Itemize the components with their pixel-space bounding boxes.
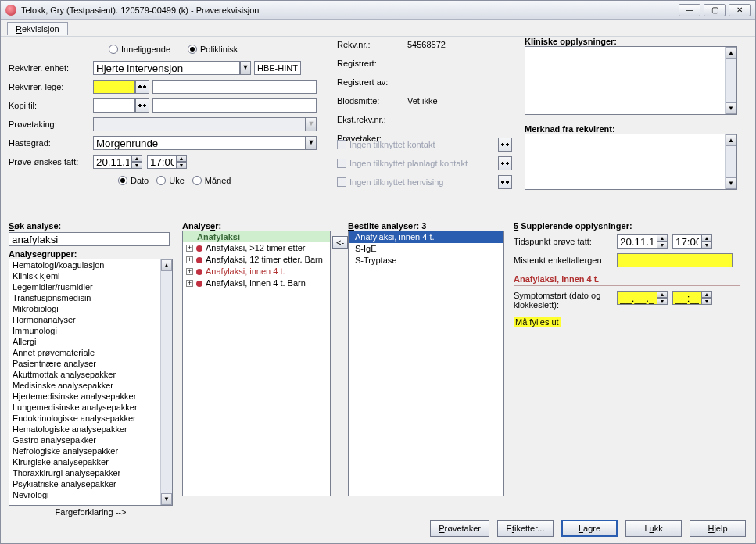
fargeforklaring-link[interactable]: Fargeforklaring --> [9, 507, 173, 517]
gruppe-item[interactable]: Allergi [9, 336, 172, 347]
rekvnr-label: Rekv.nr.: [337, 40, 407, 49]
tidspunkt-time-up[interactable]: ▲ [701, 234, 712, 242]
bestilt-item-label: Anafylaksi, innen 4 t. [355, 231, 435, 243]
rekv-enhet-field[interactable] [93, 61, 240, 75]
symptom-date[interactable] [617, 291, 657, 305]
time-up[interactable]: ▲ [176, 155, 187, 162]
symptom-time[interactable] [672, 291, 702, 305]
radio-dato[interactable] [118, 176, 127, 185]
lukk-button[interactable]: Lukk [625, 520, 682, 537]
bino-planlagt-icon[interactable] [498, 156, 512, 170]
symptom-time-up[interactable]: ▲ [701, 291, 712, 298]
hastegrad-dropdown[interactable]: ▼ [306, 136, 317, 150]
bestilte-listbox[interactable]: Anafylaksi, innen 4 t.S-IgES-Tryptase [348, 231, 504, 496]
gruppe-item[interactable]: Mikrobiologi [9, 303, 172, 314]
bestilt-item[interactable]: S-Tryptase [349, 255, 503, 267]
gruppe-item[interactable]: Transfusjonsmedisin [9, 292, 172, 303]
tidspunkt-date[interactable] [617, 234, 657, 249]
kopi-name-field[interactable] [152, 98, 317, 113]
grupper-scrollbar[interactable]: ▲▼ [160, 259, 172, 505]
tidspunkt-date-down[interactable]: ▼ [657, 242, 668, 249]
gruppe-item[interactable]: Nevrologi [9, 489, 172, 500]
tidspunkt-time[interactable] [672, 234, 702, 249]
gruppe-item[interactable]: Thoraxkirurgi analysepakker [9, 467, 172, 478]
symptom-date-up[interactable]: ▲ [657, 291, 668, 298]
gruppe-item[interactable]: Legemidler/rusmidler [9, 281, 172, 292]
gruppe-item[interactable]: Gastro analysepakker [9, 435, 172, 446]
app-icon [5, 5, 16, 16]
radio-uke[interactable] [156, 176, 166, 185]
gruppe-item[interactable]: Hematologiske analysepakker [9, 424, 172, 435]
tab-rekvisisjon[interactable]: Rekvisisjon [7, 22, 68, 35]
gruppe-item[interactable]: Lungemedisinske analysepakker [9, 402, 172, 413]
provetaking-field [93, 117, 306, 131]
bestilt-item-label: S-IgE [355, 243, 377, 255]
rekv-lege-field[interactable] [93, 80, 135, 94]
analyser-tree[interactable]: Anafylaksi +Anafylaksi, >12 timer etter+… [182, 231, 331, 496]
kopi-search-icon[interactable] [135, 98, 149, 113]
sok-analyse-input[interactable] [9, 232, 170, 246]
prove-tatt-time[interactable] [147, 155, 177, 169]
remove-button[interactable]: <- [332, 236, 348, 249]
kopi-field[interactable] [93, 98, 135, 113]
gruppe-item[interactable]: Psykiatriske analysepakker [9, 478, 172, 489]
gruppe-item[interactable]: Immunologi [9, 325, 172, 336]
expand-icon[interactable]: + [186, 268, 193, 275]
tree-node[interactable]: +Anafylaksi, >12 timer etter [183, 242, 330, 254]
kliniske-scrollbar[interactable]: ▲▼ [725, 47, 736, 114]
gruppe-item[interactable]: Hematologi/koagulasjon [9, 259, 172, 270]
radio-inneliggende[interactable] [109, 45, 118, 54]
gruppe-item[interactable]: Pasientnære analyser [9, 358, 172, 369]
tidspunkt-time-down[interactable]: ▼ [701, 242, 712, 249]
gruppe-item[interactable]: Hormonanalyser [9, 314, 172, 325]
date-up[interactable]: ▲ [131, 155, 142, 162]
merknad-scrollbar[interactable]: ▲▼ [725, 134, 736, 189]
registrert-label: Registrert: [337, 59, 377, 68]
expand-icon[interactable]: + [186, 256, 193, 263]
close-button[interactable]: ✕ [729, 4, 751, 16]
rekv-enhet-dropdown[interactable]: ▼ [240, 61, 251, 75]
merknad-textarea[interactable]: ▲▼ [525, 134, 737, 190]
date-down[interactable]: ▼ [131, 162, 142, 169]
gruppe-item[interactable]: Akuttmottak analysepakker [9, 369, 172, 380]
hjelp-button[interactable]: Hjelp [690, 520, 746, 537]
expand-icon[interactable]: + [186, 280, 193, 287]
symptom-date-down[interactable]: ▼ [657, 298, 668, 305]
hastegrad-label: Hastegrad: [9, 138, 93, 148]
gruppe-item[interactable]: Endokrinologiske analysepakker [9, 413, 172, 424]
bestilt-item[interactable]: Anafylaksi, innen 4 t. [349, 231, 503, 243]
tree-node[interactable]: +Anafylaksi, innen 4 t. Barn [183, 277, 330, 289]
rekv-lege-name-field[interactable] [152, 80, 317, 94]
tidspunkt-date-up[interactable]: ▲ [657, 234, 668, 242]
radio-maned[interactable] [192, 176, 202, 185]
radio-poliklinisk[interactable] [188, 45, 197, 54]
etiketter-button[interactable]: Etiketter... [497, 520, 554, 537]
tree-node[interactable]: +Anafylaksi, 12 timer etter. Barn [183, 254, 330, 266]
tree-node[interactable]: +Anafylaksi, innen 4 t. [183, 266, 330, 277]
symptom-time-down[interactable]: ▼ [701, 298, 712, 305]
bestilt-item[interactable]: S-IgE [349, 243, 503, 255]
bino-kontakt-icon[interactable] [498, 138, 512, 152]
rekv-lege-search-icon[interactable] [135, 80, 149, 94]
gruppe-item[interactable]: Medisinske analysepakker [9, 380, 172, 391]
minimize-button[interactable]: — [679, 4, 700, 16]
time-down[interactable]: ▼ [176, 162, 187, 169]
rekv-enhet-label: Rekvirer. enhet: [9, 63, 93, 73]
menubar: Rekvisisjon [1, 20, 755, 37]
hastegrad-field[interactable] [93, 136, 306, 150]
gruppe-item[interactable]: Annet prøvemateriale [9, 347, 172, 358]
mistenkt-field[interactable] [617, 253, 733, 267]
gruppe-item[interactable]: Nefrologiske analysepakker [9, 446, 172, 456]
maximize-button[interactable]: ▢ [704, 4, 726, 16]
tree-root[interactable]: Anafylaksi [183, 231, 330, 242]
kliniske-textarea[interactable]: ▲▼ [525, 46, 737, 115]
analysegrupper-listbox[interactable]: Hematologi/koagulasjonKlinisk kjemiLegem… [9, 259, 173, 506]
lagre-button[interactable]: Lagre [561, 520, 618, 537]
gruppe-item[interactable]: Kirurgiske analysepakker [9, 456, 172, 467]
bino-henvising-icon[interactable] [498, 175, 512, 189]
expand-icon[interactable]: + [186, 245, 193, 252]
gruppe-item[interactable]: Klinisk kjemi [9, 270, 172, 281]
gruppe-item[interactable]: Hjertemedisinske analysepakker [9, 391, 172, 402]
prove-tatt-date[interactable] [93, 155, 132, 169]
provetaker-button[interactable]: Prøvetaker [430, 520, 489, 537]
